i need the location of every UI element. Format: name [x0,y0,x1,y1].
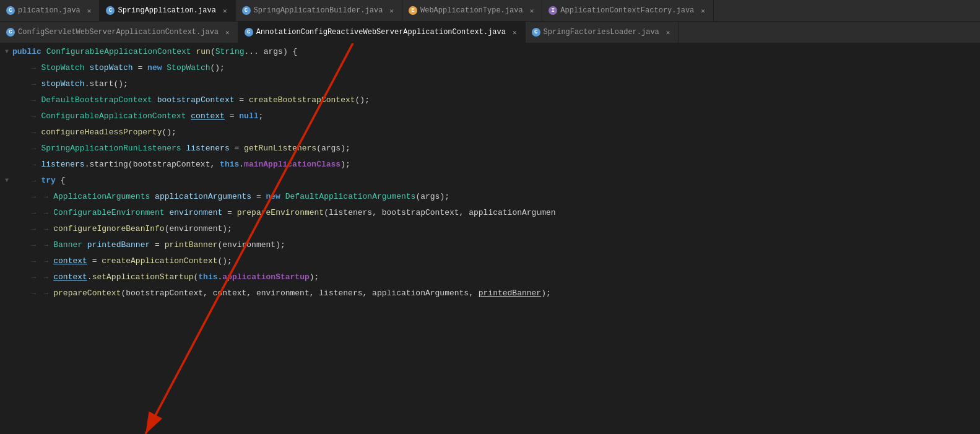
code-line-8: → listeners.starting(bootstrapContext, t… [0,156,980,172]
tab-label-configservlet: ConfigServletWebServerApplicationContext… [18,28,219,37]
tab-label-builder: SpringApplicationBuilder.java [254,6,383,15]
code-line-13: → → Banner printedBanner = printBanner(e… [0,237,980,253]
code-line-11: → → ConfigurableEnvironment environment … [0,204,980,220]
code-line-9: ▼ → try { [0,172,980,188]
code-line-10: → → ApplicationArguments applicationArgu… [0,188,980,204]
tab-label-springapp: SpringApplication.java [118,6,215,15]
tab-label: plication.java [18,6,80,15]
fold-9: ▼ [4,177,10,183]
line-content-6: → configureHeadlessProperty(); [12,128,980,137]
code-line-12: → → configureIgnoreBeanInfo(environment)… [0,220,980,237]
code-line-7: → SpringApplicationRunListeners listener… [0,140,980,156]
tab-appcontextfactory[interactable]: I ApplicationContextFactory.java ✕ [542,0,714,21]
tab-configservlet[interactable]: C ConfigServletWebServerApplicationConte… [0,22,238,43]
tab-close-springfactories[interactable]: ✕ [664,28,672,37]
tab-icon-c3: C [242,6,251,15]
code-line-4: → DefaultBootstrapContext bootstrapConte… [0,92,980,108]
tab-webapptype[interactable]: E WebApplicationType.java ✕ [402,0,542,21]
tab-annotationconfig[interactable]: C AnnotationConfigReactiveWebServerAppli… [238,22,526,43]
line-content-7: → SpringApplicationRunListeners listener… [12,144,980,153]
code-line-2: → StopWatch stopWatch = new StopWatch(); [0,59,980,76]
tab-icon-i: I [549,6,557,15]
line-content-13: → → Banner printedBanner = printBanner(e… [12,240,980,250]
tab-icon-c: C [6,6,15,15]
tab-icon-annotationconfig: C [245,28,253,37]
tab-bar-row1: C plication.java ✕ C SpringApplication.j… [0,0,980,22]
tab-close-annotationconfig[interactable]: ✕ [511,28,519,37]
code-line-5: → ConfigurableApplicationContext context… [0,108,980,124]
tab-icon-e: E [409,6,417,15]
line-content-2: → StopWatch stopWatch = new StopWatch(); [12,63,980,72]
tab-close-appcontextfactory[interactable]: ✕ [699,6,707,15]
tab-icon-c2: C [106,6,115,15]
line-content-1: public ConfigurableApplicationContext ru… [12,47,980,56]
tab-icon-springfactories: C [532,28,540,37]
tab-close-builder[interactable]: ✕ [388,6,396,15]
line-content-4: → DefaultBootstrapContext bootstrapConte… [12,95,980,105]
tab-close-springapp[interactable]: ✕ [221,6,229,15]
line-content-11: → → ConfigurableEnvironment environment … [12,208,980,217]
line-content-9: → try { [12,176,980,185]
tab-springfactories[interactable]: C SpringFactoriesLoader.java ✕ [526,22,679,43]
line-content-3: → stopWatch.start(); [12,79,980,89]
tab-label-appcontextfactory: ApplicationContextFactory.java [560,6,694,15]
line-content-5: → ConfigurableApplicationContext context… [12,111,980,121]
code-line-15: → → context.setApplicationStartup(this.a… [0,269,980,285]
tab-icon-configservlet: C [6,28,15,37]
tab-springapplication[interactable]: C SpringApplication.java ✕ [100,0,235,21]
line-content-16: → → prepareContext(bootstrapContext, con… [12,289,980,298]
line-content-12: → → configureIgnoreBeanInfo(environment)… [12,224,980,233]
tab-label-springfactories: SpringFactoriesLoader.java [544,28,659,37]
line-content-8: → listeners.starting(bootstrapContext, t… [12,160,980,169]
tab-plication[interactable]: C plication.java ✕ [0,0,100,21]
gutter-1: ▼ [0,48,12,54]
gutter-2 [0,64,12,71]
tab-springappbuilder[interactable]: C SpringApplicationBuilder.java ✕ [236,0,402,21]
code-line-3: → stopWatch.start(); [0,76,980,92]
line-content-14: → → context = createApplicationContext()… [12,256,980,266]
code-line-16: → → prepareContext(bootstrapContext, con… [0,285,980,301]
code-editor[interactable]: ▼ public ConfigurableApplicationContext … [0,43,980,434]
line-content-15: → → context.setApplicationStartup(this.a… [12,272,980,282]
gutter-9: ▼ [0,177,12,183]
code-line-14: → → context = createApplicationContext()… [0,253,980,269]
line-content-10: → → ApplicationArguments applicationArgu… [12,192,980,201]
code-line-6: → configureHeadlessProperty(); [0,124,980,140]
tab-close-webapptype[interactable]: ✕ [528,6,536,15]
fold-2 [4,64,10,71]
tab-bar-row2: C ConfigServletWebServerApplicationConte… [0,22,980,43]
tab-close-plication[interactable]: ✕ [85,6,93,15]
code-line-1: ▼ public ConfigurableApplicationContext … [0,43,980,59]
tab-label-webapptype: WebApplicationType.java [420,6,523,15]
tab-close-configservlet[interactable]: ✕ [223,28,232,37]
fold-1: ▼ [4,48,10,54]
tab-label-annotationconfig: AnnotationConfigReactiveWebServerApplica… [256,28,506,37]
